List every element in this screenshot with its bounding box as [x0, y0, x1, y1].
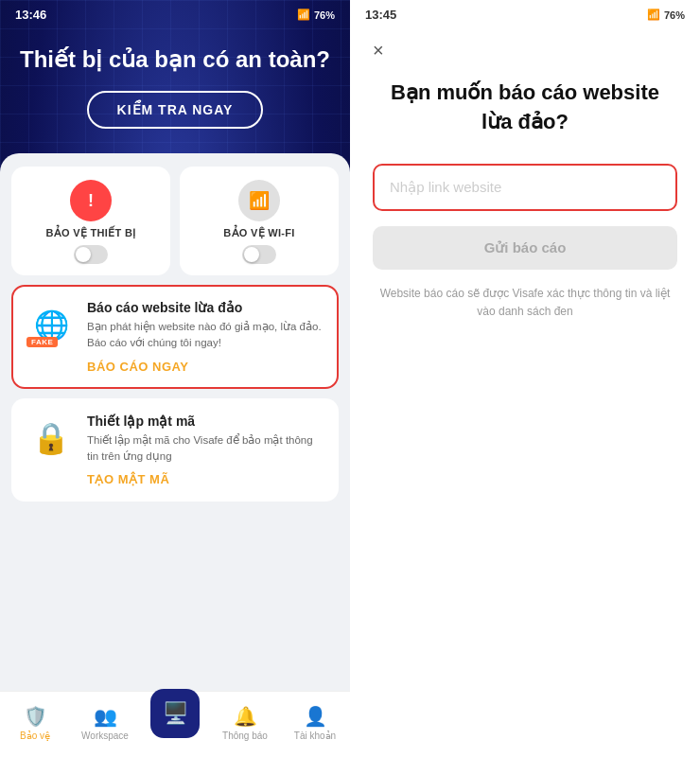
bao-ve-label: Bảo vệ: [20, 731, 50, 741]
report-content: Báo cáo website lừa đảo Bạn phát hiện we…: [87, 300, 324, 374]
url-input[interactable]: [390, 179, 660, 195]
status-icons-left: 📶 76%: [297, 9, 335, 21]
report-desc: Bạn phát hiện website nào đó giả mạo, lừ…: [87, 319, 324, 352]
password-desc: Thiết lập mật mã cho Visafe để bảo mật t…: [87, 432, 324, 466]
cards-area: ! BẢO VỆ THIẾT BỊ 📶 BẢO VỆ WI-FI 🌐 FAKE: [0, 153, 350, 691]
battery-right: 76%: [664, 9, 685, 21]
nav-bao-ve[interactable]: 🛡️ Bảo vệ: [0, 705, 70, 741]
account-icon: 👤: [304, 705, 327, 728]
report-icon: 🌐 FAKE: [26, 300, 76, 349]
nav-thong-bao[interactable]: 🔔 Thông báo: [210, 705, 280, 741]
password-content: Thiết lập mật mã Thiết lập mật mã cho Vi…: [87, 414, 324, 487]
report-action[interactable]: BÁO CÁO NGAY: [87, 360, 324, 374]
status-bar-right: 13:45 📶 76%: [350, 0, 700, 26]
device-icon: !: [70, 180, 112, 221]
url-input-wrapper[interactable]: [373, 164, 677, 211]
battery-icon: 76%: [314, 9, 335, 21]
nav-workspace[interactable]: 👥 Workspace: [70, 705, 140, 741]
report-card[interactable]: 🌐 FAKE Báo cáo website lừa đảo Bạn phát …: [11, 285, 339, 389]
wifi-label: BẢO VỆ WI-FI: [223, 227, 294, 239]
close-button[interactable]: ×: [373, 41, 677, 60]
device-protection-card[interactable]: ! BẢO VỆ THIẾT BỊ: [11, 167, 170, 275]
wifi-icon: 📶: [238, 180, 280, 221]
status-icons-right: 📶 76%: [647, 9, 685, 21]
password-card[interactable]: 🔒 Thiết lập mật mã Thiết lập mật mã cho …: [11, 398, 339, 502]
right-panel: 13:45 📶 76% × Bạn muốn báo cáo website l…: [350, 0, 700, 757]
bao-ve-icon: 🛡️: [24, 705, 47, 728]
notification-icon: 🔔: [234, 705, 257, 728]
check-button[interactable]: KIỂM TRA NGAY: [87, 91, 264, 129]
signal-icon: 📶: [297, 9, 310, 21]
signal-right-icon: 📶: [647, 9, 660, 21]
disclaimer-text: Website báo cáo sẽ được Visafe xác thực …: [373, 285, 677, 321]
status-bar-left: 13:46 📶 76%: [0, 0, 350, 26]
hero-title: Thiết bị của bạn có an toàn?: [19, 44, 331, 74]
wifi-toggle[interactable]: [242, 245, 276, 264]
hero-section: Thiết bị của bạn có an toàn? KIỂM TRA NG…: [0, 26, 350, 144]
workspace-label: Workspace: [81, 731, 129, 741]
password-icon: 🔒: [26, 414, 76, 463]
dialog-title: Bạn muốn báo cáo website lừa đảo?: [373, 79, 677, 137]
password-title: Thiết lập mật mã: [87, 414, 324, 429]
left-panel: 13:46 📶 76% Thiết bị của bạn có an toàn?…: [0, 0, 350, 757]
time-right: 13:45: [365, 8, 396, 22]
center-button[interactable]: 🖥️: [150, 689, 200, 738]
bottom-nav: 🛡️ Bảo vệ 👥 Workspace 🖥️ 🔔 Thông báo 👤 T…: [0, 691, 350, 757]
nav-tai-khoan[interactable]: 👤 Tài khoản: [280, 705, 350, 741]
tai-khoan-label: Tài khoản: [294, 731, 336, 741]
report-title: Báo cáo website lừa đảo: [87, 300, 324, 315]
wifi-protection-card[interactable]: 📶 BẢO VỆ WI-FI: [180, 167, 339, 275]
time-left: 13:46: [15, 8, 46, 22]
workspace-icon: 👥: [94, 705, 117, 728]
device-label: BẢO VỆ THIẾT BỊ: [46, 227, 136, 239]
password-action[interactable]: TẠO MẬT MÃ: [87, 472, 324, 486]
nav-center[interactable]: 🖥️: [140, 708, 210, 738]
device-toggle[interactable]: [74, 245, 108, 264]
center-icon: 🖥️: [163, 701, 188, 726]
send-button[interactable]: Gửi báo cáo: [373, 226, 677, 270]
top-cards: ! BẢO VỆ THIẾT BỊ 📶 BẢO VỆ WI-FI: [11, 167, 339, 275]
right-content: × Bạn muốn báo cáo website lừa đảo? Gửi …: [350, 26, 700, 757]
thong-bao-label: Thông báo: [222, 731, 268, 741]
